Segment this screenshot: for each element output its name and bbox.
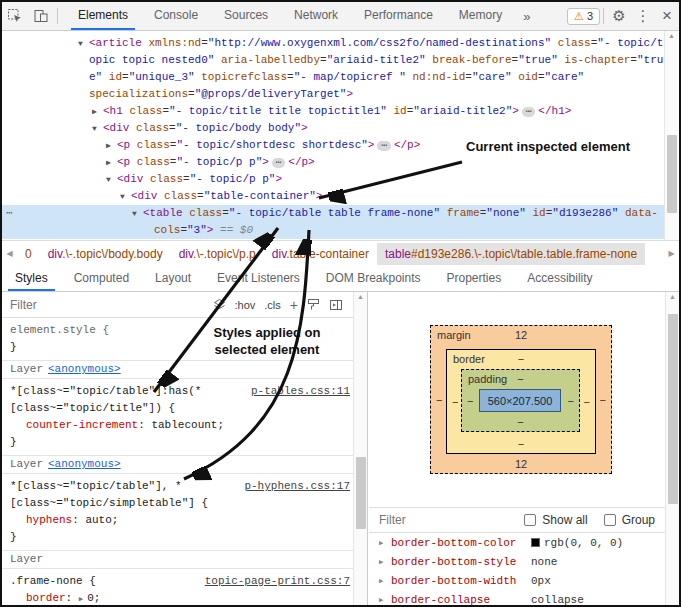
padding-top-value[interactable]: − — [462, 373, 579, 385]
tab-elements[interactable]: Elements — [65, 2, 141, 30]
tab-performance[interactable]: Performance — [351, 2, 446, 30]
expand-arrow-icon[interactable]: ▼ — [132, 205, 143, 222]
element-row[interactable]: ▶<h1 class="- topic/title title topictit… — [2, 103, 667, 120]
selected-element-row[interactable]: cols="3"> == $0 — [2, 222, 667, 239]
styles-scrollbar[interactable]: ▲ — [353, 292, 367, 605]
metrics-scrollbar[interactable]: ▲ — [665, 292, 679, 605]
sidebar-tab-styles[interactable]: Styles — [2, 266, 61, 291]
element-row[interactable]: e" id="unique_3" topicrefclass="- map/to… — [2, 69, 667, 86]
kebab-menu-icon[interactable]: ⋮ — [631, 7, 655, 25]
breadcrumb-item[interactable]: table#d193e286.\-.topic\/table.table.fra… — [377, 243, 645, 265]
scrollbar-thumb[interactable] — [356, 457, 366, 529]
sidebar-tab-dom-breakpoints[interactable]: DOM Breakpoints — [313, 266, 434, 291]
issues-badge[interactable]: ⚠ 3 — [567, 8, 600, 25]
padding-right-value[interactable]: − — [568, 395, 574, 407]
box-model-content[interactable]: 560×207.500 — [479, 389, 561, 412]
sidebar-tab-layout[interactable]: Layout — [142, 266, 204, 291]
properties-filter-input[interactable] — [379, 513, 479, 527]
element-row[interactable]: ▼<div class="table-container"> — [2, 188, 667, 205]
element-row[interactable]: ▼<div class="- topic/p p"> — [2, 171, 667, 188]
sidebar-tab-computed[interactable]: Computed — [61, 266, 142, 291]
expand-arrow-icon[interactable]: ▶ — [106, 154, 117, 171]
border-left-value[interactable]: − — [452, 396, 458, 408]
device-toolbar-icon[interactable] — [28, 3, 54, 29]
scrollbar-up-arrow[interactable]: ▲ — [354, 293, 367, 305]
expand-arrow-icon[interactable]: ▶ — [92, 103, 103, 120]
element-row[interactable]: ▼<article xmlns:nd="http://www.oxygenxml… — [2, 35, 667, 52]
tab-console[interactable]: Console — [141, 2, 211, 30]
margin-left-value[interactable]: − — [436, 394, 442, 406]
inspect-element-icon[interactable] — [2, 3, 28, 29]
element-row[interactable]: ▼<div class="- topic/body body"> — [2, 120, 667, 137]
padding-bottom-value[interactable]: − — [462, 416, 579, 428]
tab-memory[interactable]: Memory — [446, 2, 515, 30]
inline-expand-button[interactable]: ⋯ — [377, 141, 390, 151]
css-property[interactable]: hyphens: auto; — [10, 512, 359, 529]
computed-property-row[interactable]: ▶border-bottom-colorrgb(0, 0, 0) — [369, 534, 665, 553]
computed-property-row[interactable]: ▶border-collapsecollapse — [369, 591, 665, 605]
group-checkbox[interactable] — [604, 514, 616, 526]
close-icon[interactable]: × — [655, 6, 679, 26]
css-property[interactable]: counter-increment: tablecount; — [10, 417, 359, 434]
expand-arrow-icon[interactable]: ▶ — [106, 137, 117, 154]
margin-top-value[interactable]: 12 — [431, 329, 611, 341]
new-style-rule-button[interactable]: + — [290, 297, 298, 313]
breadcrumb-item[interactable]: 0 — [17, 243, 40, 265]
elements-scrollbar[interactable]: ▲ — [664, 31, 678, 240]
computed-sidebar-toggle-icon[interactable] — [329, 299, 343, 311]
box-model-padding[interactable]: padding − − − − 560×207.500 — [461, 369, 580, 432]
more-panels-icon[interactable]: » — [515, 9, 538, 24]
stylesheet-link[interactable]: topic-page-print.css:7 — [205, 573, 350, 590]
disclosure-arrow-icon[interactable]: ▶ — [379, 591, 391, 605]
settings-gear-icon[interactable]: ⚙ — [607, 7, 631, 25]
box-model-border[interactable]: border − − − − padding − − − − 560×207.5… — [446, 349, 596, 454]
sidebar-tab-accessibility[interactable]: Accessibility — [514, 266, 605, 291]
scrollbar-thumb[interactable] — [668, 314, 678, 504]
element-row[interactable]: specializations="@props/deliveryTarget"> — [2, 86, 667, 103]
breadcrumb-item[interactable]: div.\-.topic\/p.p — [171, 243, 264, 265]
margin-bottom-value[interactable]: 12 — [431, 458, 611, 470]
disclosure-arrow-icon[interactable]: ▶ — [379, 534, 391, 553]
cascade-layers-icon[interactable] — [213, 298, 226, 311]
element-row[interactable]: ▶<p class="- topic/p p">⋯</p> — [2, 154, 667, 171]
expand-triangle-icon[interactable]: ▶ — [79, 595, 87, 603]
element-row[interactable]: opic topic nested0" aria-labelledby="ari… — [2, 52, 667, 69]
scrollbar-up-arrow[interactable]: ▲ — [665, 32, 678, 44]
layer-link[interactable]: <anonymous> — [48, 456, 121, 473]
layer-link[interactable]: <anonymous> — [48, 361, 121, 378]
inline-expand-button[interactable]: ⋯ — [522, 107, 535, 117]
breadcrumb-item[interactable]: div.\-.topic\/body.body — [40, 243, 171, 265]
margin-right-value[interactable]: − — [600, 394, 606, 406]
styles-filter-input[interactable] — [10, 298, 140, 312]
sidebar-tab-event-listeners[interactable]: Event Listeners — [204, 266, 313, 291]
toggle-element-state-button[interactable]: :hov — [235, 299, 256, 311]
computed-property-row[interactable]: ▶border-bottom-stylenone — [369, 553, 665, 572]
tab-sources[interactable]: Sources — [211, 2, 281, 30]
stylesheet-link[interactable]: p-hyphens.css:17 — [244, 478, 350, 495]
sidebar-tab-properties[interactable]: Properties — [434, 266, 515, 291]
computed-property-row[interactable]: ▶border-bottom-width0px — [369, 572, 665, 591]
selected-element-row[interactable]: ▼<table class="- topic/table table frame… — [2, 205, 667, 222]
expand-arrow-icon[interactable]: ▼ — [92, 120, 103, 137]
expand-arrow-icon[interactable]: ▼ — [78, 35, 89, 52]
expand-arrow-icon[interactable]: ▼ — [106, 171, 117, 188]
stylesheet-link[interactable]: p-tables.css:11 — [251, 383, 350, 400]
disclosure-arrow-icon[interactable]: ▶ — [379, 572, 391, 591]
disclosure-arrow-icon[interactable]: ▶ — [379, 553, 391, 572]
breadcrumb-scroll-left-icon[interactable]: ◀ — [2, 249, 17, 258]
show-all-checkbox[interactable] — [524, 514, 536, 526]
inline-expand-button[interactable]: ⋯ — [272, 158, 285, 168]
element-classes-button[interactable]: .cls — [264, 299, 281, 311]
border-top-value[interactable]: − — [447, 353, 595, 365]
expand-arrow-icon[interactable]: ▼ — [120, 188, 131, 205]
rendering-emulations-icon[interactable] — [307, 298, 320, 311]
breadcrumb-item[interactable]: div.table-container — [264, 243, 377, 265]
node-actions-button[interactable]: ⋯ — [6, 205, 14, 222]
css-property[interactable]: border: ▶ 0; — [10, 590, 359, 605]
tab-network[interactable]: Network — [281, 2, 351, 30]
box-model-margin[interactable]: margin 12 12 − − border − − − − padding … — [430, 325, 612, 474]
scrollbar-thumb[interactable] — [667, 135, 677, 213]
border-right-value[interactable]: − — [584, 396, 590, 408]
scrollbar-up-arrow[interactable]: ▲ — [666, 293, 679, 305]
border-bottom-value[interactable]: − — [447, 438, 595, 450]
